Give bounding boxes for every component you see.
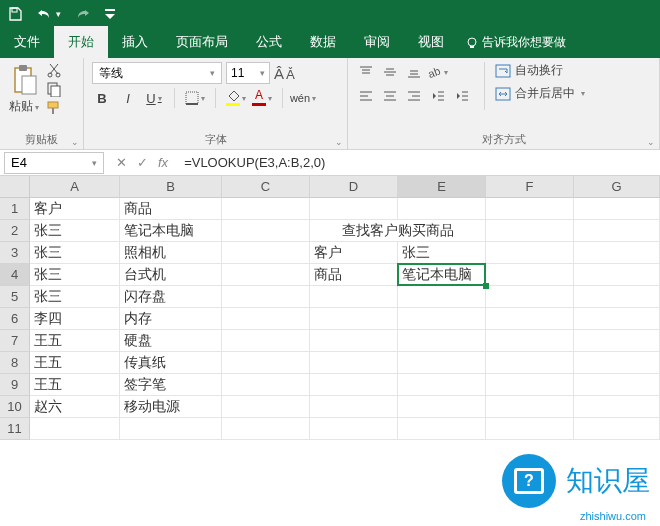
cell[interactable]: 王五	[30, 330, 120, 352]
tab-formulas[interactable]: 公式	[242, 26, 296, 58]
grow-font-icon[interactable]: Â	[274, 65, 284, 82]
copy-icon[interactable]	[46, 81, 62, 97]
cell[interactable]: 赵六	[30, 396, 120, 418]
cell[interactable]	[310, 330, 398, 352]
cell[interactable]	[222, 374, 310, 396]
row-header[interactable]: 4	[0, 264, 30, 286]
cell[interactable]: 李四	[30, 308, 120, 330]
cell[interactable]: 王五	[30, 374, 120, 396]
row-header[interactable]: 7	[0, 330, 30, 352]
cell[interactable]	[486, 198, 574, 220]
cell[interactable]	[222, 198, 310, 220]
cell[interactable]: 张三	[30, 242, 120, 264]
format-painter-icon[interactable]	[46, 100, 62, 116]
cell[interactable]: 硬盘	[120, 330, 222, 352]
cell[interactable]	[398, 330, 486, 352]
cell[interactable]	[486, 220, 574, 242]
row-header[interactable]: 2	[0, 220, 30, 242]
enter-formula-icon[interactable]: ✓	[137, 155, 148, 170]
cell[interactable]	[398, 396, 486, 418]
cell[interactable]	[574, 418, 660, 440]
cell[interactable]	[222, 418, 310, 440]
cell[interactable]	[486, 286, 574, 308]
cell[interactable]	[574, 220, 660, 242]
cell[interactable]	[310, 418, 398, 440]
shrink-font-icon[interactable]: Ǎ	[286, 67, 295, 82]
align-middle-icon[interactable]	[380, 62, 400, 82]
paste-button[interactable]: 粘贴	[8, 62, 40, 116]
formula-input[interactable]: =VLOOKUP(E3,A:B,2,0)	[176, 155, 660, 170]
cell[interactable]	[310, 396, 398, 418]
cell[interactable]: 张三	[30, 264, 120, 286]
tab-data[interactable]: 数据	[296, 26, 350, 58]
cell[interactable]	[574, 308, 660, 330]
cell[interactable]: 内存	[120, 308, 222, 330]
cell[interactable]	[574, 374, 660, 396]
phonetic-button[interactable]: wén	[293, 88, 313, 108]
cell[interactable]	[398, 286, 486, 308]
wrap-text-button[interactable]: 自动换行	[495, 62, 585, 79]
cell[interactable]: 客户	[30, 198, 120, 220]
cell[interactable]	[222, 352, 310, 374]
cell[interactable]	[310, 374, 398, 396]
col-header-A[interactable]: A	[30, 176, 120, 198]
cell[interactable]	[574, 264, 660, 286]
cell[interactable]	[222, 330, 310, 352]
col-header-D[interactable]: D	[310, 176, 398, 198]
row-header[interactable]: 5	[0, 286, 30, 308]
tell-me[interactable]: 告诉我你想要做	[458, 27, 574, 58]
cell[interactable]	[398, 352, 486, 374]
font-name-selector[interactable]: 等线▾	[92, 62, 222, 84]
cell[interactable]	[398, 198, 486, 220]
cell[interactable]	[398, 308, 486, 330]
cell[interactable]	[486, 374, 574, 396]
align-right-icon[interactable]	[404, 86, 424, 106]
cell[interactable]	[574, 396, 660, 418]
orientation-icon[interactable]: ab	[428, 62, 448, 82]
underline-button[interactable]: U	[144, 88, 164, 108]
cell[interactable]: 商品	[120, 198, 222, 220]
row-header[interactable]: 10	[0, 396, 30, 418]
cell[interactable]: 笔记本电脑	[120, 220, 222, 242]
cell[interactable]	[574, 352, 660, 374]
fx-icon[interactable]: fx	[158, 155, 168, 170]
select-all-corner[interactable]	[0, 176, 30, 198]
cell[interactable]: 签字笔	[120, 374, 222, 396]
cell[interactable]: 照相机	[120, 242, 222, 264]
cell[interactable]	[222, 396, 310, 418]
merge-center-button[interactable]: 合并后居中	[495, 85, 585, 102]
cell[interactable]	[222, 220, 310, 242]
cell[interactable]: 闪存盘	[120, 286, 222, 308]
decrease-indent-icon[interactable]	[428, 86, 448, 106]
align-top-icon[interactable]	[356, 62, 376, 82]
tab-file[interactable]: 文件	[0, 26, 54, 58]
row-header[interactable]: 1	[0, 198, 30, 220]
cell[interactable]	[30, 418, 120, 440]
cell[interactable]	[574, 242, 660, 264]
cell[interactable]	[486, 330, 574, 352]
row-header[interactable]: 6	[0, 308, 30, 330]
worksheet-grid[interactable]: A B C D E F G 1 客户 商品 2 张三 笔记本电脑 查找客户购买商…	[0, 176, 660, 440]
cell[interactable]	[310, 352, 398, 374]
row-header[interactable]: 3	[0, 242, 30, 264]
fill-color-button[interactable]	[226, 88, 246, 108]
customize-qat-icon[interactable]	[105, 9, 115, 19]
tab-layout[interactable]: 页面布局	[162, 26, 242, 58]
cell[interactable]	[398, 418, 486, 440]
align-bottom-icon[interactable]	[404, 62, 424, 82]
italic-button[interactable]: I	[118, 88, 138, 108]
tab-home[interactable]: 开始	[54, 26, 108, 58]
cell[interactable]	[398, 374, 486, 396]
cell[interactable]: 查找客户购买商品	[310, 220, 486, 242]
cell[interactable]	[222, 264, 310, 286]
cell[interactable]: 移动电源	[120, 396, 222, 418]
cell[interactable]	[486, 352, 574, 374]
cell[interactable]	[486, 396, 574, 418]
font-size-selector[interactable]: 11▾	[226, 62, 270, 84]
cell[interactable]: 张三	[30, 220, 120, 242]
col-header-E[interactable]: E	[398, 176, 486, 198]
cell[interactable]	[310, 198, 398, 220]
cell[interactable]	[222, 308, 310, 330]
cell[interactable]	[310, 308, 398, 330]
border-button[interactable]	[185, 88, 205, 108]
